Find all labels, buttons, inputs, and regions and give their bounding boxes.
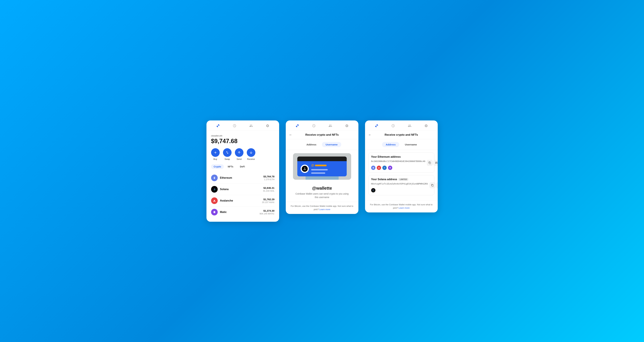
chain-usdc-icon: $ bbox=[382, 166, 387, 170]
panel-receive-address: ← Receive crypto and NFTs Address Userna… bbox=[365, 120, 438, 213]
asset-values-matic: $1,374.30 904.145 MATIC bbox=[260, 209, 274, 215]
sol-address-title: Your Solana address LIMITED bbox=[371, 178, 432, 181]
back-button[interactable]: ← bbox=[289, 133, 292, 137]
username-display: @wallette bbox=[289, 183, 355, 192]
solana-icon bbox=[211, 186, 218, 193]
nav2-chart-icon[interactable] bbox=[295, 123, 300, 128]
receive-label: Receive bbox=[247, 158, 255, 160]
receive-button[interactable]: Receive bbox=[247, 148, 255, 160]
username-card-image: @ bbox=[293, 153, 351, 180]
panel3-learn-more-link[interactable]: Learn more bbox=[398, 207, 410, 209]
asset-list: Ethereum $3,764.78 1.270 ETH Solana $2,8… bbox=[211, 172, 274, 218]
asset-usd-ethereum: $3,764.78 bbox=[264, 175, 274, 178]
wallet-balance: $9,747.68 bbox=[211, 138, 274, 145]
asset-usd-solana: $2,846.31 bbox=[263, 187, 274, 189]
panel3-tab-username[interactable]: Username bbox=[401, 142, 420, 147]
wallet-name: cbwallet.eth bbox=[211, 134, 274, 137]
nav2-users-icon[interactable] bbox=[328, 123, 333, 128]
eth-addr-action-btns bbox=[427, 160, 438, 166]
virtual-card: @ bbox=[297, 156, 347, 176]
eth-chain-icons: $ bbox=[371, 166, 432, 170]
eth-qr-button[interactable] bbox=[434, 160, 438, 166]
chain-purple-icon bbox=[388, 166, 392, 170]
eth-address-title: Your Ethereum address bbox=[371, 155, 432, 158]
panel2-footer: For Bitcoin, use the Coinbase Wallet mob… bbox=[286, 202, 358, 214]
list-item[interactable]: Solana $2,846.31 31.216 SOL bbox=[211, 184, 274, 195]
eth-address-card: Your Ethereum address 0x3A92006d8cC17Cb8… bbox=[368, 152, 434, 173]
sol-qr-button[interactable] bbox=[436, 183, 438, 188]
panel3-nav bbox=[365, 120, 438, 130]
asset-name-matic: Matic bbox=[220, 211, 260, 214]
sol-addr-action-btns bbox=[430, 183, 438, 188]
panel3-header: ← Receive crypto and NFTs bbox=[365, 130, 438, 139]
tab-defi[interactable]: DeFi bbox=[237, 164, 248, 169]
nav3-clock-icon[interactable] bbox=[391, 123, 396, 128]
sol-address-row: HUxtug4F1zTs1EzmJwhn4xVSP4igES4jEunABPWh… bbox=[371, 182, 432, 188]
panel2-tab-address[interactable]: Address bbox=[303, 142, 320, 147]
learn-more-link[interactable]: Learn more bbox=[319, 208, 330, 211]
panel3-title: Receive crypto and NFTs bbox=[385, 133, 418, 136]
list-item[interactable]: Ethereum $3,764.78 1.270 ETH bbox=[211, 172, 274, 184]
asset-name-avalanche: Avalanche bbox=[220, 199, 262, 202]
eth-address-row: 0x3A92006d8cC17Cb849E04EdE304208607B996c… bbox=[371, 160, 432, 166]
asset-amount-solana: 31.216 SOL bbox=[263, 190, 274, 192]
panel1-body: cbwallet.eth $9,747.68 Buy Swap bbox=[206, 130, 279, 222]
sol-copy-button[interactable] bbox=[430, 183, 435, 188]
nav-settings-icon[interactable] bbox=[265, 123, 270, 128]
address-section: Your Ethereum address 0x3A92006d8cC17Cb8… bbox=[365, 150, 438, 200]
nav2-clock-icon[interactable] bbox=[312, 123, 316, 128]
panel3-tab-address[interactable]: Address bbox=[382, 142, 399, 147]
panel-wallet-overview: cbwallet.eth $9,747.68 Buy Swap bbox=[206, 120, 279, 222]
panel-receive-username: ← Receive crypto and NFTs Address Userna… bbox=[286, 120, 358, 214]
swap-button[interactable]: Swap bbox=[223, 148, 232, 160]
asset-values-ethereum: $3,764.78 1.270 ETH bbox=[264, 175, 274, 181]
eth-address-hash-block: 0x3A92006d8cC17Cb849E04EdE304208607B996c… bbox=[371, 160, 426, 165]
sol-address-card: Your Solana address LIMITED HUxtug4F1zTs… bbox=[368, 175, 434, 195]
sol-address-hash-block: HUxtug4F1zTs1EzmJwhn4xVSP4igES4jEunABPWh… bbox=[371, 182, 428, 187]
nav-chart-icon[interactable] bbox=[216, 123, 220, 128]
asset-amount-avalanche: 20.157 AVAX bbox=[262, 201, 274, 204]
panel1-nav bbox=[206, 120, 279, 130]
receive-icon-circle bbox=[247, 148, 255, 157]
tab-crypto[interactable]: Crypto bbox=[211, 164, 224, 169]
buy-button[interactable]: Buy bbox=[211, 148, 220, 160]
ethereum-icon bbox=[211, 175, 218, 181]
username-text: @wallette bbox=[293, 186, 351, 191]
chain-eth-icon bbox=[371, 166, 376, 170]
list-item[interactable]: Avalanche $1,762.29 20.157 AVAX bbox=[211, 195, 274, 207]
card-avatar bbox=[300, 165, 309, 173]
asset-name-ethereum: Ethereum bbox=[220, 176, 264, 179]
asset-tabs: Crypto NFTs DeFi bbox=[211, 164, 274, 169]
list-item[interactable]: Matic $1,374.30 904.145 MATIC bbox=[211, 207, 274, 218]
asset-usd-avalanche: $1,762.29 bbox=[262, 198, 274, 201]
nav2-settings-icon[interactable] bbox=[344, 123, 349, 128]
nav-users-icon[interactable] bbox=[249, 123, 253, 128]
buy-label: Buy bbox=[214, 158, 217, 160]
tab-nfts[interactable]: NFTs bbox=[225, 164, 236, 169]
panel2-header: ← Receive crypto and NFTs bbox=[286, 130, 358, 139]
sol-address-hash: HUxtug4F1zTs1EzmJwhn4xVSP4igES4jEunABPWh… bbox=[371, 182, 428, 186]
panel3-back-button[interactable]: ← bbox=[368, 133, 372, 137]
asset-amount-ethereum: 1.270 ETH bbox=[264, 178, 274, 181]
panels-container: cbwallet.eth $9,747.68 Buy Swap bbox=[206, 120, 438, 222]
nav-clock-icon[interactable] bbox=[232, 123, 237, 128]
eth-address-hash: 0x3A92006d8cC17Cb849E04EdE304208607B996c… bbox=[371, 160, 426, 163]
nav3-chart-icon[interactable] bbox=[374, 123, 379, 128]
asset-usd-matic: $1,374.30 bbox=[260, 209, 274, 212]
sol-chain-icons bbox=[371, 188, 432, 193]
username-card: @ bbox=[293, 153, 351, 180]
avalanche-icon bbox=[211, 197, 218, 204]
chain-avax-icon bbox=[377, 166, 381, 170]
panel2-tabs: Address Username bbox=[286, 139, 358, 150]
send-button[interactable]: Send bbox=[235, 148, 244, 160]
panel2-title: Receive crypto and NFTs bbox=[306, 133, 339, 136]
limited-badge: LIMITED bbox=[398, 178, 408, 181]
panel2-tab-username[interactable]: Username bbox=[322, 142, 341, 147]
asset-values-avalanche: $1,762.29 20.157 AVAX bbox=[262, 198, 274, 204]
action-buttons: Buy Swap Send bbox=[211, 148, 274, 160]
nav3-users-icon[interactable] bbox=[407, 123, 412, 128]
nav3-settings-icon[interactable] bbox=[424, 123, 428, 128]
swap-label: Swap bbox=[224, 158, 230, 160]
eth-copy-button[interactable] bbox=[427, 160, 432, 166]
username-description: Coinbase Wallet users can send crypto to… bbox=[289, 192, 355, 202]
